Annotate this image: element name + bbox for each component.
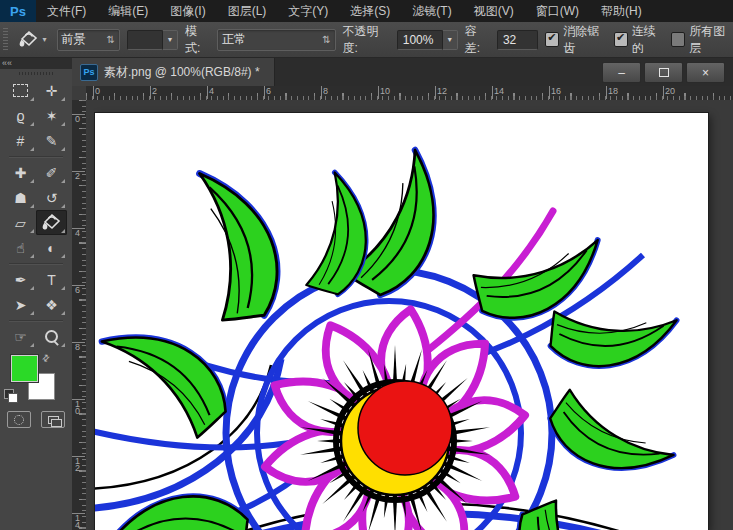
tool-grid: ✛ϱ✶#✎✚✐☗↺▱☝◐✒T➤❖☞ <box>0 78 72 349</box>
double-left-chevron-icon: «« <box>2 59 12 68</box>
ruler-number: 0 <box>95 86 100 96</box>
document-area: Ps 素材.png @ 100%(RGB/8#) * – × 024681012… <box>72 58 733 530</box>
menu-item-2[interactable]: 图像(I) <box>159 0 216 22</box>
menu-item-0[interactable]: 文件(F) <box>36 0 97 22</box>
screen-mode-icon <box>48 416 59 424</box>
vertical-ruler[interactable]: 024681 01 21 4 <box>72 100 87 530</box>
tool-smudge[interactable]: ☝ <box>5 235 36 260</box>
ruler-number: 18 <box>608 86 618 96</box>
move-icon: ✛ <box>46 83 58 99</box>
opacity-value: 100% <box>397 30 443 50</box>
tool-dodge[interactable]: ◐ <box>36 235 67 260</box>
tool-panel: «« ✛ϱ✶#✎✚✐☗↺▱☝◐✒T➤❖☞ ⇄ <box>0 58 73 530</box>
ruler-number: 20 <box>665 86 675 96</box>
ruler-number: 1 4 <box>72 515 83 529</box>
checkbox-0[interactable]: 消除锯齿 <box>545 23 607 57</box>
tool-path-selection[interactable]: ➤ <box>5 292 36 317</box>
checkbox-label: 所有图层 <box>689 23 733 57</box>
quick-mask-button[interactable] <box>7 411 31 428</box>
dodge-icon: ◐ <box>47 240 55 256</box>
document-title: 素材.png @ 100%(RGB/8#) * <box>104 64 260 81</box>
canvas[interactable] <box>95 113 708 530</box>
pattern-picker[interactable]: ▼ <box>127 30 178 50</box>
screen-mode-button[interactable] <box>41 411 65 428</box>
fill-source-select[interactable]: 前景 ⇅ <box>57 29 120 51</box>
close-icon: × <box>702 66 709 80</box>
checkbox-2[interactable]: 所有图层 <box>671 23 733 57</box>
tool-history-brush[interactable]: ↺ <box>36 185 67 210</box>
tool-pen[interactable]: ✒ <box>5 267 36 292</box>
tool-panel-grip[interactable] <box>0 69 72 78</box>
ruler-number: 2 <box>152 86 157 96</box>
file-ps-icon: Ps <box>80 64 98 81</box>
opacity-combo[interactable]: 100% ▼ <box>397 30 458 50</box>
maximize-button[interactable] <box>644 62 683 83</box>
minimize-button[interactable]: – <box>602 62 641 83</box>
ruler-number: 6 <box>266 86 271 96</box>
hand-icon: ☞ <box>14 329 27 345</box>
window-controls: – × <box>602 62 725 83</box>
tolerance-input[interactable]: 32 <box>497 30 538 50</box>
tool-type[interactable]: T <box>36 267 67 292</box>
tool-preset-picker[interactable]: ▾ <box>15 25 50 54</box>
menu-item-7[interactable]: 视图(V) <box>463 0 525 22</box>
tool-hand[interactable]: ☞ <box>5 324 36 349</box>
custom-shape-icon: ❖ <box>45 297 58 313</box>
updown-arrows-icon: ⇅ <box>322 34 330 45</box>
pen-icon: ✒ <box>15 272 27 288</box>
swap-colors-icon[interactable]: ⇄ <box>40 352 52 364</box>
menu-item-5[interactable]: 选择(S) <box>339 0 401 22</box>
tool-custom-shape[interactable]: ❖ <box>36 292 67 317</box>
opacity-label: 不透明度: <box>343 23 390 57</box>
checkbox-1[interactable]: 连续的 <box>614 23 665 57</box>
ruler-number: 1 2 <box>72 458 83 472</box>
tool-paint-bucket[interactable] <box>36 210 67 235</box>
tool-eraser[interactable]: ▱ <box>5 210 36 235</box>
menu-item-8[interactable]: 窗口(W) <box>525 0 590 22</box>
tool-panel-header[interactable]: «« <box>0 58 72 69</box>
mode-select[interactable]: 正常 ⇅ <box>217 29 335 51</box>
menu-item-6[interactable]: 滤镜(T) <box>401 0 462 22</box>
tool-move[interactable]: ✛ <box>36 78 67 103</box>
checkbox-label: 连续的 <box>632 23 665 57</box>
ruler-number: 10 <box>380 86 390 96</box>
fill-source-value: 前景 <box>62 31 86 48</box>
tool-eyedropper[interactable]: ✎ <box>36 128 67 153</box>
foreground-color-swatch[interactable] <box>11 355 38 382</box>
ps-logo-icon: Ps <box>0 0 36 22</box>
tool-magic-wand[interactable]: ✶ <box>36 103 67 128</box>
ruler-corner[interactable] <box>72 86 87 101</box>
canvas-viewport <box>86 100 733 530</box>
rectangular-marquee-icon <box>13 84 28 97</box>
checkbox-icon <box>545 32 559 47</box>
tool-clone-stamp[interactable]: ☗ <box>5 185 36 210</box>
ruler-number: 16 <box>551 86 561 96</box>
clone-stamp-icon: ☗ <box>14 190 27 206</box>
tool-spot-healing-brush[interactable]: ✚ <box>5 160 36 185</box>
tool-zoom[interactable] <box>36 324 67 349</box>
options-grip <box>3 28 8 52</box>
checkbox-icon <box>614 32 628 47</box>
spot-healing-brush-icon: ✚ <box>15 165 27 181</box>
eyedropper-icon: ✎ <box>46 133 58 149</box>
maximize-icon <box>659 68 669 77</box>
document-tab[interactable]: Ps 素材.png @ 100%(RGB/8#) * <box>72 58 275 86</box>
tool-rectangular-marquee[interactable] <box>5 78 36 103</box>
smudge-icon: ☝ <box>16 240 25 256</box>
tool-lasso[interactable]: ϱ <box>5 103 36 128</box>
default-colors-icon[interactable] <box>4 389 17 402</box>
menu-item-1[interactable]: 编辑(E) <box>97 0 159 22</box>
menu-item-3[interactable]: 图层(L) <box>217 0 278 22</box>
menu-item-4[interactable]: 文字(Y) <box>277 0 339 22</box>
tool-crop[interactable]: # <box>5 128 36 153</box>
horizontal-ruler[interactable]: 02468101214161820 <box>86 86 733 101</box>
mode-value: 正常 <box>222 31 246 48</box>
flower-core <box>336 381 454 500</box>
ruler-number: 8 <box>72 344 83 351</box>
ruler-number: 1 0 <box>72 401 83 415</box>
type-icon: T <box>47 272 56 288</box>
close-button[interactable]: × <box>686 62 725 83</box>
tool-brush[interactable]: ✐ <box>36 160 67 185</box>
ruler-number: 4 <box>72 230 83 237</box>
menu-item-9[interactable]: 帮助(H) <box>590 0 653 22</box>
